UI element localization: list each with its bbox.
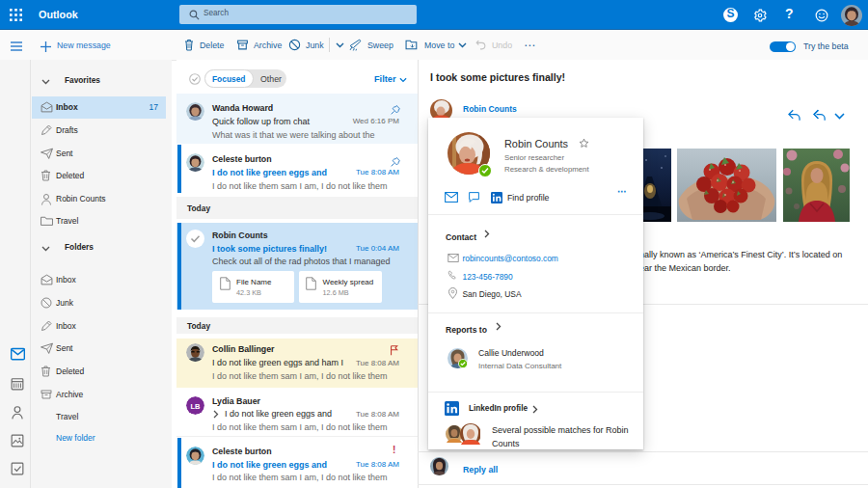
svg-text:LB: LB [191,402,202,411]
